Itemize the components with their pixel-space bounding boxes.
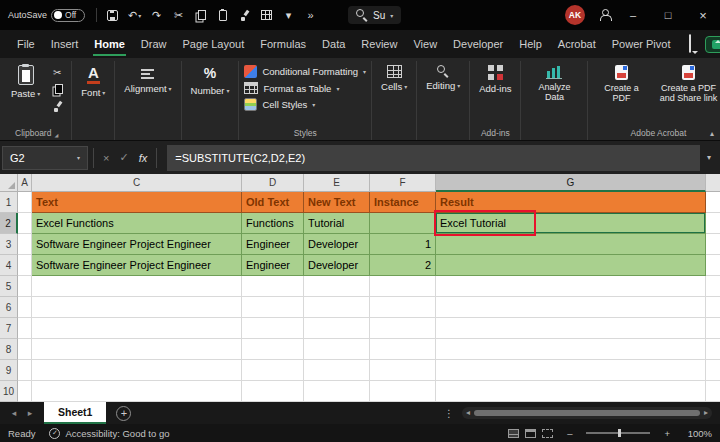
name-box[interactable]: G2 ▾ bbox=[2, 146, 88, 170]
row-header-9[interactable]: 9 bbox=[0, 360, 18, 381]
cell-f1-instance[interactable]: Instance bbox=[370, 192, 436, 213]
save-button[interactable] bbox=[102, 4, 123, 26]
normal-view-button[interactable] bbox=[508, 429, 519, 438]
page-layout-view-button[interactable] bbox=[525, 429, 536, 438]
addins-button[interactable]: Add-ins bbox=[475, 63, 515, 96]
cell-e2[interactable]: Tutorial bbox=[304, 213, 370, 234]
cell-d2[interactable]: Functions bbox=[242, 213, 304, 234]
zoom-in-button[interactable]: + bbox=[664, 428, 670, 439]
cell[interactable] bbox=[242, 381, 304, 402]
cell[interactable] bbox=[304, 339, 370, 360]
cell[interactable] bbox=[304, 276, 370, 297]
cell[interactable] bbox=[304, 360, 370, 381]
share-button[interactable]: ▾ bbox=[705, 36, 720, 53]
cell-c2[interactable]: Excel Functions bbox=[32, 213, 242, 234]
col-header-c[interactable]: C bbox=[32, 174, 242, 192]
zoom-slider[interactable] bbox=[586, 432, 650, 434]
expand-formula-bar-button[interactable]: ▾ bbox=[700, 153, 718, 162]
cell-f4[interactable]: 2 bbox=[370, 255, 436, 276]
cell[interactable] bbox=[18, 255, 32, 276]
tab-data[interactable]: Data bbox=[315, 32, 352, 56]
autosave-switch[interactable]: Off bbox=[51, 9, 85, 22]
row-header-7[interactable]: 7 bbox=[0, 318, 18, 339]
scroll-right-icon[interactable]: ▸ bbox=[704, 409, 708, 417]
number-menu-button[interactable]: % Number▾ bbox=[187, 63, 234, 98]
cell-e1-new-text[interactable]: New Text bbox=[304, 192, 370, 213]
sheet-nav-left-icon[interactable]: ◂ bbox=[6, 408, 22, 418]
cell[interactable] bbox=[18, 213, 32, 234]
cell[interactable] bbox=[32, 276, 242, 297]
cell[interactable] bbox=[242, 339, 304, 360]
cell-c4[interactable]: Software Engineer Project Engineer bbox=[32, 255, 242, 276]
cell[interactable] bbox=[18, 318, 32, 339]
editing-menu-button[interactable]: Editing▾ bbox=[422, 63, 464, 93]
row-header-10[interactable]: 10 bbox=[0, 381, 18, 402]
cell-f2[interactable] bbox=[370, 213, 436, 234]
cell[interactable] bbox=[18, 297, 32, 318]
col-header-g[interactable]: G bbox=[436, 174, 706, 192]
cell-g3[interactable] bbox=[436, 234, 706, 255]
avatar[interactable]: AK bbox=[565, 5, 585, 25]
undo-button[interactable]: ↶▾ bbox=[124, 4, 145, 26]
cell-styles-button[interactable]: Cell Styles ▾ bbox=[244, 98, 366, 111]
scrollbar-thumb[interactable] bbox=[474, 410, 700, 416]
tab-draw[interactable]: Draw bbox=[134, 32, 174, 56]
row-header-4[interactable]: 4 bbox=[0, 255, 18, 276]
scrollbar-menu-icon[interactable]: ⋮ bbox=[436, 408, 462, 419]
cell[interactable] bbox=[32, 297, 242, 318]
tab-view[interactable]: View bbox=[406, 32, 444, 56]
row-header-6[interactable]: 6 bbox=[0, 297, 18, 318]
autosave-toggle[interactable]: AutoSave Off bbox=[8, 9, 85, 22]
col-header-f[interactable]: F bbox=[370, 174, 436, 192]
sheet-nav-right-icon[interactable]: ▸ bbox=[22, 408, 38, 418]
cell-g1-result[interactable]: Result bbox=[436, 192, 706, 213]
cell[interactable] bbox=[436, 276, 706, 297]
scroll-left-icon[interactable]: ◂ bbox=[466, 409, 470, 417]
cell[interactable] bbox=[304, 381, 370, 402]
tab-file[interactable]: File bbox=[10, 32, 42, 56]
zoom-slider-thumb[interactable] bbox=[618, 429, 621, 437]
tab-developer[interactable]: Developer bbox=[446, 32, 510, 56]
cell[interactable] bbox=[32, 381, 242, 402]
format-painter-quick-button[interactable] bbox=[234, 4, 255, 26]
horizontal-scrollbar[interactable]: ◂ ▸ bbox=[462, 407, 712, 419]
format-painter-button[interactable] bbox=[48, 99, 66, 113]
cell[interactable] bbox=[436, 297, 706, 318]
cell[interactable] bbox=[32, 339, 242, 360]
cell[interactable] bbox=[370, 360, 436, 381]
tab-help[interactable]: Help bbox=[512, 32, 549, 56]
customize-quick-access-button[interactable]: ▾ bbox=[278, 4, 299, 26]
cell[interactable] bbox=[304, 297, 370, 318]
accessibility-status[interactable]: ✓ Accessibility: Good to go bbox=[49, 428, 169, 439]
col-header-a[interactable]: A bbox=[18, 174, 32, 192]
table-quick-button[interactable] bbox=[256, 4, 277, 26]
cell[interactable] bbox=[18, 360, 32, 381]
dialog-launcher-icon[interactable]: ◢ bbox=[54, 132, 58, 138]
col-header-e[interactable]: E bbox=[304, 174, 370, 192]
zoom-out-button[interactable]: – bbox=[567, 428, 572, 439]
tab-power-pivot[interactable]: Power Pivot bbox=[605, 32, 678, 56]
row-header-5[interactable]: 5 bbox=[0, 276, 18, 297]
cell[interactable] bbox=[370, 318, 436, 339]
tab-page-layout[interactable]: Page Layout bbox=[175, 32, 251, 56]
cell[interactable] bbox=[242, 276, 304, 297]
row-header-1[interactable]: 1 bbox=[0, 192, 18, 213]
collapse-ribbon-button[interactable]: ▴ bbox=[710, 129, 714, 138]
close-button[interactable]: × bbox=[686, 0, 720, 30]
maximize-button[interactable]: □ bbox=[651, 0, 685, 30]
create-pdf-button[interactable]: Create a PDF bbox=[593, 63, 649, 106]
cell[interactable] bbox=[18, 234, 32, 255]
row-header-8[interactable]: 8 bbox=[0, 339, 18, 360]
cell[interactable] bbox=[242, 297, 304, 318]
paste-button[interactable]: Paste▾ bbox=[7, 63, 44, 101]
cell[interactable] bbox=[370, 381, 436, 402]
tab-insert[interactable]: Insert bbox=[44, 32, 86, 56]
cell[interactable] bbox=[304, 318, 370, 339]
cell[interactable] bbox=[18, 339, 32, 360]
cell[interactable] bbox=[436, 318, 706, 339]
cut-button[interactable]: ✂ bbox=[168, 4, 189, 26]
redo-button[interactable]: ↷ bbox=[146, 4, 167, 26]
tab-review[interactable]: Review bbox=[354, 32, 404, 56]
cell[interactable] bbox=[18, 381, 32, 402]
analyze-data-button[interactable]: Analyze Data bbox=[526, 63, 582, 105]
